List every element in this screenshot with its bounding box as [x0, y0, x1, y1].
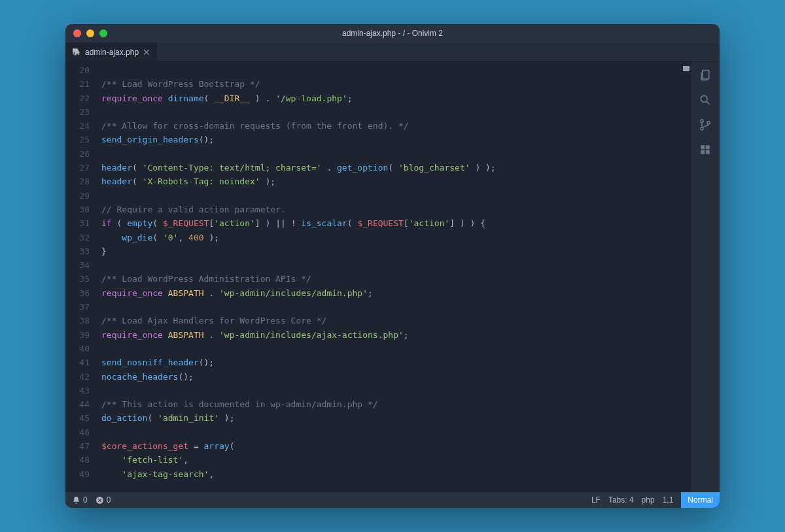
indentation-indicator[interactable]: Tabs: 4 [608, 495, 634, 505]
close-tab-icon[interactable]: ✕ [143, 47, 150, 58]
window-title: admin-ajax.php - / - Onivim 2 [342, 29, 443, 38]
svg-rect-8 [701, 150, 705, 154]
tab-admin-ajax[interactable]: 🐘 admin-ajax.php ✕ [65, 42, 157, 61]
svg-rect-7 [706, 145, 710, 149]
svg-rect-9 [706, 150, 710, 154]
maximize-window-button[interactable] [99, 29, 107, 37]
git-branch-icon[interactable] [699, 118, 712, 131]
titlebar: admin-ajax.php - / - Onivim 2 [65, 24, 720, 42]
tabbar: 🐘 admin-ajax.php ✕ [65, 42, 720, 62]
editor-body: 2021222324252627282930313233343536373839… [65, 62, 720, 492]
svg-point-4 [701, 127, 703, 130]
svg-line-2 [706, 101, 710, 105]
activity-bar [691, 62, 720, 492]
errors-button[interactable]: 0 [96, 495, 111, 505]
scrollbar[interactable] [683, 62, 691, 492]
extensions-icon[interactable] [699, 143, 712, 156]
errors-count: 0 [107, 495, 111, 505]
vim-mode-indicator[interactable]: Normal [681, 492, 720, 508]
scrollbar-thumb[interactable] [683, 66, 689, 71]
search-icon[interactable] [699, 93, 712, 107]
minimize-window-button[interactable] [86, 29, 94, 37]
svg-point-5 [707, 122, 710, 124]
svg-rect-6 [701, 145, 705, 149]
notifications-count: 0 [83, 495, 88, 505]
notifications-button[interactable]: 0 [72, 495, 88, 505]
line-number-gutter: 2021222324252627282930313233343536373839… [65, 62, 95, 492]
tab-label: admin-ajax.php [85, 48, 139, 57]
svg-point-1 [701, 95, 707, 102]
editor-area[interactable]: 2021222324252627282930313233343536373839… [65, 62, 691, 492]
code-content[interactable]: /** Load WordPress Bootstrap */require_o… [95, 62, 683, 492]
app-window: admin-ajax.php - / - Onivim 2 🐘 admin-aj… [65, 24, 720, 508]
svg-rect-0 [703, 71, 709, 79]
statusbar: 0 0 LF Tabs: 4 php 1,1 Normal [65, 492, 720, 508]
traffic-lights [65, 29, 107, 37]
language-indicator[interactable]: php [642, 495, 655, 505]
svg-point-3 [701, 120, 703, 122]
cursor-position[interactable]: 1,1 [663, 495, 674, 505]
close-window-button[interactable] [73, 29, 81, 37]
php-file-icon: 🐘 [72, 48, 81, 56]
files-icon[interactable] [699, 69, 712, 82]
line-ending-indicator[interactable]: LF [591, 495, 601, 505]
